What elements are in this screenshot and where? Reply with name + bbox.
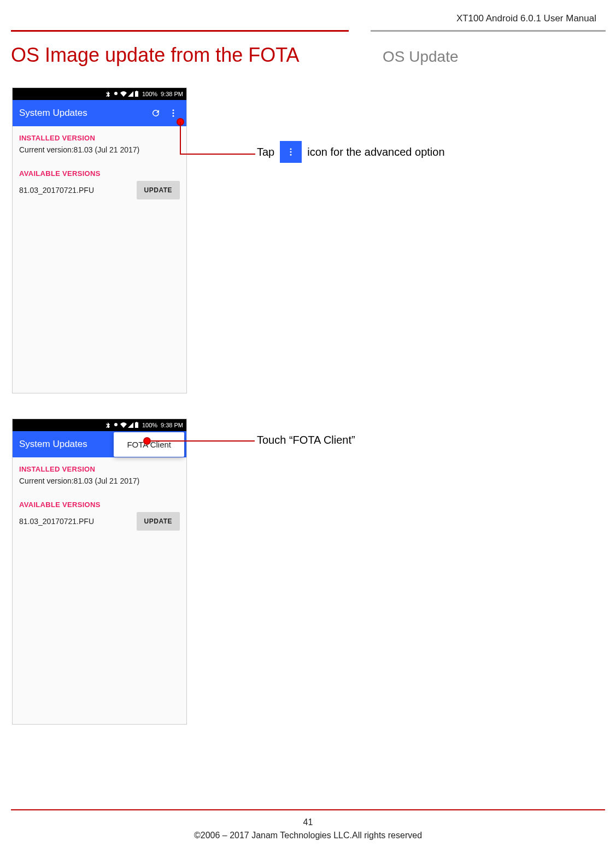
clock-text: 9:38 PM	[161, 91, 183, 97]
update-button[interactable]: UPDATE	[137, 512, 180, 531]
svg-rect-11	[136, 422, 137, 422]
bluetooth-icon	[106, 422, 112, 428]
wifi-icon	[120, 91, 127, 97]
callout-line-1b	[180, 154, 255, 155]
page-number: 41	[0, 816, 616, 829]
page-title: OS Image update from the FOTA	[11, 44, 300, 67]
footer-rule	[11, 809, 605, 810]
status-icons	[106, 91, 139, 97]
available-label: AVAILABLE VERSIONS	[13, 162, 186, 181]
svg-rect-2	[136, 91, 137, 91]
signal-icon	[128, 422, 133, 428]
header-rule-red	[11, 30, 349, 32]
instr1-post: icon for the advanced option	[307, 146, 444, 158]
wifi-icon	[120, 422, 127, 428]
installed-value: Current version:81.03 (Jul 21 2017)	[13, 145, 186, 162]
callout-line-1a	[180, 122, 181, 155]
svg-rect-10	[135, 422, 138, 428]
screenshot-2: 100% 9:38 PM System Updates FOTA Client …	[12, 419, 187, 725]
bluetooth-icon	[106, 91, 112, 97]
instruction-2: Touch “FOTA Client”	[257, 434, 355, 446]
app-bar: System Updates FOTA Client	[13, 431, 186, 457]
footer: 41 ©2006 – 2017 Janam Technologies LLC.A…	[0, 816, 616, 842]
installed-label: INSTALLED VERSION	[13, 457, 186, 476]
available-label: AVAILABLE VERSIONS	[13, 493, 186, 512]
svg-point-5	[173, 115, 174, 117]
callout-line-2	[151, 440, 255, 442]
overflow-menu: FOTA Client	[114, 432, 184, 457]
status-bar: 100% 9:38 PM	[13, 88, 186, 100]
svg-point-9	[114, 423, 118, 426]
available-row: 81.03_20170721.PFU UPDATE	[13, 512, 186, 538]
location-icon	[113, 422, 119, 428]
clock-text: 9:38 PM	[161, 422, 183, 428]
copyright: ©2006 – 2017 Janam Technologies LLC.All …	[0, 829, 616, 842]
available-row: 81.03_20170721.PFU UPDATE	[13, 181, 186, 207]
status-icons	[106, 422, 139, 428]
app-bar-title: System Updates	[19, 108, 145, 119]
svg-rect-1	[135, 91, 138, 97]
status-bar: 100% 9:38 PM	[13, 419, 186, 431]
update-button[interactable]: UPDATE	[137, 181, 180, 199]
available-value: 81.03_20170721.PFU	[19, 186, 137, 195]
instr1-pre: Tap	[257, 146, 274, 158]
refresh-icon[interactable]	[149, 107, 162, 120]
section-title: OS Update	[383, 48, 459, 66]
svg-point-3	[173, 109, 174, 111]
svg-point-4	[173, 113, 174, 114]
battery-icon	[134, 91, 139, 97]
app-bar: System Updates	[13, 100, 186, 126]
available-value: 81.03_20170721.PFU	[19, 517, 137, 526]
overflow-icon[interactable]	[167, 107, 180, 120]
installed-label: INSTALLED VERSION	[13, 126, 186, 145]
svg-point-0	[114, 92, 118, 95]
running-header: XT100 Android 6.0.1 User Manual	[456, 13, 596, 24]
app-bar-title: System Updates	[19, 439, 90, 450]
header-rule-gray	[371, 30, 606, 32]
installed-value: Current version:81.03 (Jul 21 2017)	[13, 476, 186, 493]
callout-dot-2	[143, 437, 151, 445]
battery-icon	[134, 422, 139, 428]
screenshot-1: 100% 9:38 PM System Updates INSTALLED VE…	[12, 87, 187, 393]
location-icon	[113, 91, 119, 97]
svg-point-6	[290, 148, 292, 150]
battery-text: 100%	[142, 91, 157, 97]
instruction-1: Tap icon for the advanced option	[257, 141, 445, 163]
svg-point-8	[290, 154, 292, 156]
battery-text: 100%	[142, 422, 157, 428]
signal-icon	[128, 91, 133, 97]
overflow-icon-inline	[280, 141, 302, 163]
svg-point-7	[290, 151, 292, 153]
